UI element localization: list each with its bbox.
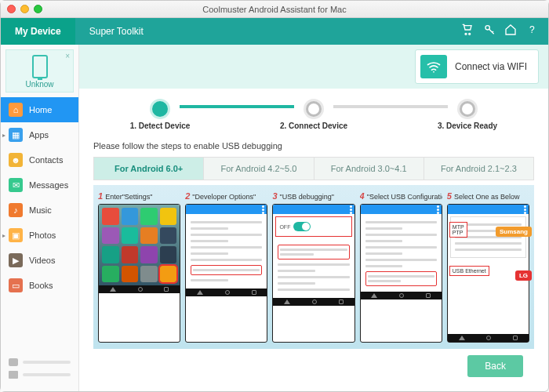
nav-music[interactable]: ♪ Music [1, 198, 78, 223]
device-close-icon[interactable]: × [65, 52, 70, 60]
nav-contacts[interactable]: ☻ Contacts [1, 147, 78, 172]
instruction-steps: 1Enter"Settings" 2"Develop [93, 185, 534, 349]
device-phone-icon [32, 55, 48, 78]
nav-photos[interactable]: ▸ ▣ Photos [1, 223, 78, 248]
nav-home[interactable]: ⌂ Home [1, 97, 78, 122]
step2-circle [306, 101, 322, 117]
android-version-tabs: For Android 6.0+ For Android 4.2~5.0 For… [93, 157, 534, 180]
wifi-icon [420, 55, 447, 78]
footer: Back [93, 349, 534, 383]
step-line-2 [333, 105, 448, 108]
phone-mock-2 [185, 204, 267, 343]
photos-nav-icon: ▣ [9, 228, 23, 242]
wifi-button-label: Connect via WIFI [455, 61, 527, 72]
nav-label: Music [29, 205, 52, 215]
step-usb-config: 4"Select USB Configuration" [360, 191, 442, 343]
close-window-button[interactable] [7, 5, 16, 13]
samsung-tag: Sumsang [496, 227, 532, 237]
step3-label: 3. Device Ready [438, 122, 497, 130]
tab-my-device[interactable]: My Device [1, 18, 75, 45]
mtp-ptp-callout: MTP PTP [449, 222, 467, 238]
content-area: Connect via WIFI 1. Detect Device 2. Con… [79, 45, 548, 391]
connect-wifi-button[interactable]: Connect via WIFI [415, 49, 539, 84]
lg-tag: LG [515, 270, 532, 281]
mac-titlebar: Coolmuster Android Assistant for Mac [1, 1, 548, 18]
sidebar: × Unknow ⌂ Home ▸ ▦ Apps ☻ Contacts [1, 45, 79, 391]
internal-storage-bar [23, 361, 71, 364]
device-name: Unknow [9, 80, 70, 89]
phone-mock-1 [98, 204, 180, 343]
tab-android-6[interactable]: For Android 6.0+ [93, 157, 204, 180]
messages-nav-icon: ✉ [9, 178, 23, 192]
videos-nav-icon: ▶ [9, 253, 23, 267]
nav-label: Contacts [29, 155, 63, 165]
nav-label: Photos [29, 230, 56, 240]
contacts-nav-icon: ☻ [9, 153, 23, 167]
phone-mock-3: OFF [272, 204, 354, 343]
nav-videos[interactable]: ▶ Videos [1, 248, 78, 273]
tab-android-42[interactable]: For Android 4.2~5.0 [204, 157, 314, 180]
step1-circle [152, 101, 168, 117]
wifi-row: Connect via WIFI [79, 45, 548, 89]
nav-label: Books [29, 281, 53, 290]
books-nav-icon: ▭ [9, 278, 23, 292]
music-nav-icon: ♪ [9, 203, 23, 217]
back-button[interactable]: Back [467, 355, 523, 377]
storage-indicators [1, 350, 78, 391]
minimize-window-button[interactable] [20, 5, 29, 13]
phone-mock-4 [360, 204, 442, 343]
device-card[interactable]: × Unknow [5, 49, 74, 93]
key-icon[interactable] [482, 24, 495, 39]
top-bar: My Device Super Toolkit ? [1, 18, 548, 45]
zoom-window-button[interactable] [34, 5, 42, 13]
window-title: Coolmuster Android Assistant for Mac [1, 5, 548, 14]
step-line-1 [180, 105, 294, 108]
connect-stepper: 1. Detect Device 2. Connect Device 3. De… [93, 96, 534, 130]
caret-icon: ▸ [2, 232, 5, 239]
sd-storage-bar [23, 373, 71, 376]
svg-text:?: ? [529, 24, 535, 35]
home-nav-icon: ⌂ [9, 103, 23, 117]
sd-storage-icon [9, 371, 18, 379]
usb-ethernet-callout: USB Ethernet [449, 266, 489, 276]
step-dev-options: 2"Developer Options" [185, 191, 267, 343]
help-icon[interactable]: ? [526, 24, 539, 39]
nav-label: Videos [29, 256, 55, 265]
step3-circle [460, 101, 475, 117]
nav-list: ⌂ Home ▸ ▦ Apps ☻ Contacts ✉ Messages [1, 97, 78, 298]
step1-label: 1. Detect Device [130, 122, 191, 130]
nav-books[interactable]: ▭ Books [1, 273, 78, 298]
step-usb-debug: 3"USB debugging" OFF [272, 191, 354, 343]
nav-label: Messages [29, 180, 68, 190]
tab-super-toolkit[interactable]: Super Toolkit [75, 18, 158, 45]
step-settings: 1Enter"Settings" [98, 191, 180, 343]
toggle-icon [293, 222, 311, 231]
apps-nav-icon: ▦ [9, 128, 23, 142]
tab-android-30[interactable]: For Android 3.0~4.1 [314, 157, 424, 180]
step2-label: 2. Connect Device [280, 122, 347, 130]
phone-mock-5: MTP PTP USB Ethernet Sumsang LG [447, 204, 529, 343]
internal-storage-icon [9, 358, 18, 366]
app-window: Coolmuster Android Assistant for Mac My … [0, 0, 549, 392]
step-select-one: 5Select One as Below MTP PTP USB Etherne… [447, 191, 529, 343]
nav-apps[interactable]: ▸ ▦ Apps [1, 122, 78, 147]
intro-text: Please follow the steps to enable USB de… [93, 141, 534, 151]
caret-icon: ▸ [2, 132, 5, 139]
nav-messages[interactable]: ✉ Messages [1, 172, 78, 198]
tab-android-21[interactable]: For Android 2.1~2.3 [424, 157, 534, 180]
nav-label: Apps [29, 130, 49, 140]
cart-icon[interactable] [460, 24, 473, 39]
home-icon[interactable] [504, 24, 517, 39]
nav-label: Home [29, 105, 52, 114]
